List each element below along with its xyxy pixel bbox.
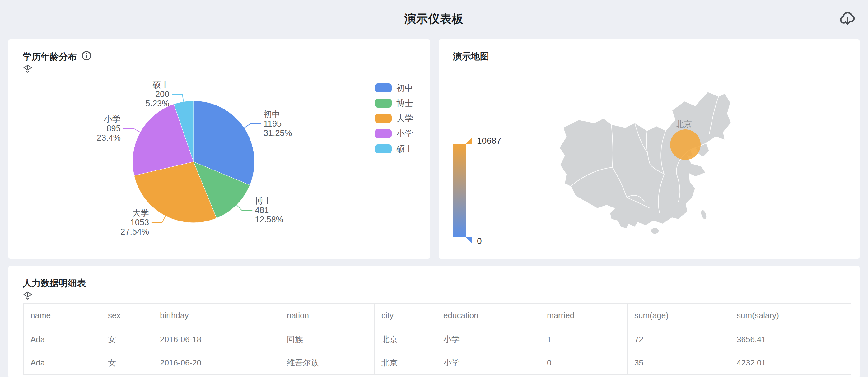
table-cell: 维吾尔族 <box>280 351 375 375</box>
map-card-title-text: 演示地图 <box>453 51 489 63</box>
visual-range-max-handle[interactable] <box>466 137 472 144</box>
legend-item-3[interactable]: 小学 <box>375 129 413 138</box>
dashboard: 演示仪表板 学历年龄分布 <box>0 0 868 377</box>
hainan-island <box>651 228 659 234</box>
legend-item-1[interactable]: 博士 <box>375 99 413 107</box>
table-header-cell: birthday <box>153 304 280 328</box>
table-header-cell: education <box>436 304 540 328</box>
table-cell: 2016-06-18 <box>153 328 280 351</box>
pie-label-1: 博士48112.58% <box>255 196 283 224</box>
legend-swatch <box>375 129 392 138</box>
table-cell: 4232.01 <box>730 351 851 375</box>
visual-range-min-handle[interactable] <box>466 237 472 244</box>
table-cell: 1 <box>540 328 627 351</box>
visual-range-gradient-bar <box>453 144 466 237</box>
table-card-title-text: 人力数据明细表 <box>23 277 86 290</box>
beijing-label: 北京 <box>676 120 692 129</box>
table-card-title: 人力数据明细表 <box>23 277 86 290</box>
table-cell: 北京 <box>375 328 436 351</box>
table-cell: 小学 <box>436 351 540 375</box>
pie-label-0: 初中119531.25% <box>264 110 292 138</box>
table-row[interactable]: Ada女2016-06-20维吾尔族北京小学0354232.01 <box>24 351 851 375</box>
legend-label: 硕士 <box>396 144 413 155</box>
hr-table-body: Ada女2016-06-18回族北京小学1723656.41Ada女2016-0… <box>24 328 851 375</box>
china-map: 北京 <box>557 90 744 237</box>
export-button[interactable] <box>838 9 858 29</box>
hr-table: namesexbirthdaynationcityeducationmarrie… <box>23 303 851 375</box>
legend-swatch <box>375 144 392 153</box>
legend-label: 小学 <box>396 128 413 139</box>
table-card: 人力数据明细表 namesexbirthdaynationcityeducati… <box>8 266 860 377</box>
pie-label-line-1 <box>237 205 252 210</box>
map-card: 演示地图 10687 0 <box>439 39 860 259</box>
table-cell: Ada <box>24 328 101 351</box>
table-cell: 35 <box>627 351 730 375</box>
legend-label: 博士 <box>396 98 413 109</box>
pie-label-2: 大学105327.54% <box>120 209 149 237</box>
legend-item-4[interactable]: 硕士 <box>375 144 413 153</box>
pie-card: 学历年龄分布 初中119531.25%博士48112.58%大学105327.5… <box>8 39 430 259</box>
table-cell: 72 <box>627 328 730 351</box>
table-cell: 0 <box>540 351 627 375</box>
legend-item-2[interactable]: 大学 <box>375 114 413 123</box>
education-pie-chart: 初中119531.25%博士48112.58%大学105327.54%小学895… <box>8 39 430 259</box>
table-header-cell: nation <box>280 304 375 328</box>
china-map-shape[interactable] <box>559 92 731 234</box>
beijing-bubble[interactable] <box>670 129 701 160</box>
pie-label-4: 硕士2005.23% <box>145 80 169 108</box>
taiwan-island <box>700 209 708 220</box>
legend-swatch <box>375 114 392 123</box>
pie-label-line-2 <box>152 216 165 222</box>
table-cell: 小学 <box>436 328 540 351</box>
table-header-cell: city <box>375 304 436 328</box>
legend-label: 大学 <box>396 113 413 124</box>
table-header-cell: sum(age) <box>627 304 730 328</box>
legend-label: 初中 <box>396 83 413 94</box>
pie-label-3: 小学89523.4% <box>97 115 121 143</box>
pie-label-line-0 <box>244 124 261 128</box>
table-header-cell: married <box>540 304 627 328</box>
visual-range-legend: 10687 0 <box>453 137 533 246</box>
table-cell: 3656.41 <box>730 328 851 351</box>
table-cell: 女 <box>101 328 153 351</box>
visual-range-min-label: 0 <box>477 236 482 246</box>
page-title: 演示仪表板 <box>0 11 868 27</box>
table-header-cell: name <box>24 304 101 328</box>
table-header-cell: sex <box>101 304 153 328</box>
cloud-download-icon <box>839 10 856 29</box>
pie-legend: 初中博士大学小学硕士 <box>375 83 413 153</box>
table-cell: Ada <box>24 351 101 375</box>
visual-range-max-label: 10687 <box>477 136 501 146</box>
table-cell: 北京 <box>375 351 436 375</box>
drill-icon[interactable] <box>23 291 32 300</box>
pie-label-line-3 <box>123 128 140 132</box>
table-cell: 女 <box>101 351 153 375</box>
table-cell: 2016-06-20 <box>153 351 280 375</box>
table-row[interactable]: Ada女2016-06-18回族北京小学1723656.41 <box>24 328 851 351</box>
pie-label-line-4 <box>172 94 184 102</box>
hr-table-head: namesexbirthdaynationcityeducationmarrie… <box>24 304 851 328</box>
table-header-cell: sum(salary) <box>730 304 851 328</box>
map-card-title: 演示地图 <box>453 51 489 63</box>
legend-swatch <box>375 83 392 92</box>
table-cell: 回族 <box>280 328 375 351</box>
top-bar: 演示仪表板 <box>0 0 868 39</box>
legend-swatch <box>375 99 392 107</box>
legend-item-0[interactable]: 初中 <box>375 83 413 92</box>
